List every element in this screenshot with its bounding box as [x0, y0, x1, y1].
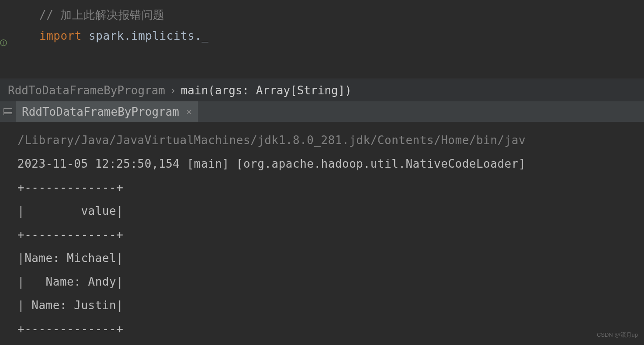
run-panel-tabs: RddToDataFrameByProgram ×	[0, 101, 644, 122]
console-output[interactable]: /Library/Java/JavaVirtualMachines/jdk1.8…	[0, 122, 644, 341]
breadcrumb-separator: ›	[170, 84, 177, 97]
breadcrumb-method[interactable]: main(args: Array[String])	[181, 84, 352, 97]
comment-prefix: //	[39, 8, 60, 21]
layout-icon[interactable]	[3, 108, 12, 115]
console-path-line: /Library/Java/JavaVirtualMachines/jdk1.8…	[17, 128, 644, 152]
console-output-line: | Name: Justin|	[17, 293, 644, 317]
svg-text:I: I	[3, 40, 4, 45]
run-tab-title: RddToDataFrameByProgram	[22, 105, 179, 118]
run-tab[interactable]: RddToDataFrameByProgram ×	[16, 101, 198, 122]
code-editor[interactable]: I // 加上此解决报错问题 import spark.implicits._	[0, 0, 644, 79]
comment-text: 加上此解决报错问题	[60, 8, 165, 21]
console-output-line: |Name: Michael|	[17, 246, 644, 270]
breadcrumb-class[interactable]: RddToDataFrameByProgram	[8, 84, 165, 97]
watermark: CSDN @流月up	[597, 331, 638, 339]
console-output-line: +-------------+	[17, 317, 644, 341]
code-line-comment: // 加上此解决报错问题	[9, 4, 644, 25]
console-output-line: | value|	[17, 199, 644, 223]
console-output-line: | Name: Andy|	[17, 270, 644, 293]
close-icon[interactable]: ×	[186, 106, 192, 117]
import-keyword: import	[39, 29, 82, 42]
console-output-line: +-------------+	[17, 176, 644, 199]
interface-gutter-icon: I	[0, 39, 7, 46]
import-path: spark.implicits._	[82, 29, 209, 42]
console-output-line: +-------------+	[17, 223, 644, 246]
breadcrumb: RddToDataFrameByProgram › main(args: Arr…	[0, 79, 644, 101]
console-log-line: 2023-11-05 12:25:50,154 [main] [org.apac…	[17, 152, 644, 176]
code-line-import: import spark.implicits._	[9, 25, 644, 46]
